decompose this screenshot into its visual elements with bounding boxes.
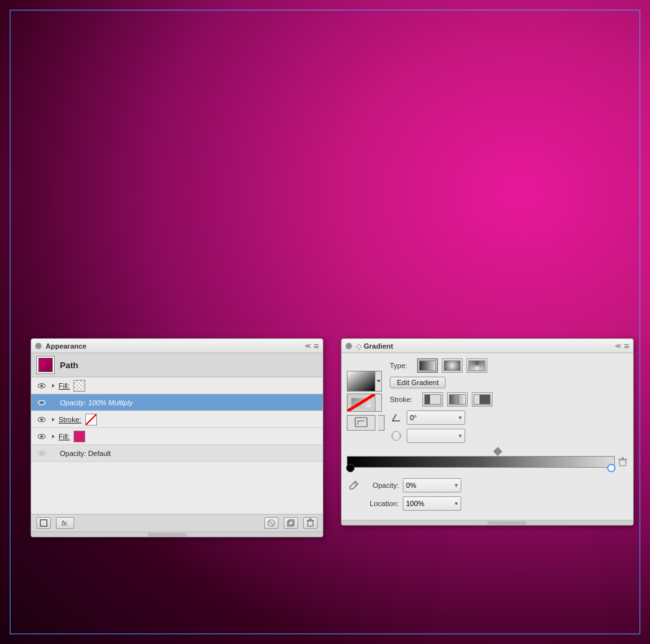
stroke-btn-2[interactable] <box>447 392 468 407</box>
appearance-row-opacity-multiply[interactable]: Opacity: 100% Multiply <box>31 394 323 411</box>
svg-point-17 <box>392 431 401 440</box>
gradient-scrollbar-thumb[interactable] <box>487 521 526 525</box>
angle-value: 0° <box>410 414 459 422</box>
gradient-preview-dropdown-2[interactable] <box>375 394 382 412</box>
svg-line-25 <box>354 483 357 485</box>
fill-pink-swatch[interactable] <box>74 431 85 442</box>
gradient-close-button[interactable]: × <box>345 343 352 349</box>
opacity-dropdown-chevron[interactable]: ▾ <box>455 482 458 489</box>
delete-stop-button[interactable] <box>617 457 628 467</box>
appearance-close-button[interactable]: × <box>35 343 42 349</box>
fill-gradient-swatch[interactable] <box>74 380 85 392</box>
add-effect-button[interactable]: fx. <box>56 517 74 529</box>
appearance-scrollbar[interactable] <box>31 531 323 537</box>
angle-input-container[interactable]: 0° ▾ <box>407 410 465 425</box>
edit-gradient-button[interactable]: Edit Gradient <box>390 377 446 388</box>
stroke-btn-1[interactable] <box>422 392 443 407</box>
stroke-btn-3[interactable] <box>472 392 493 407</box>
gradient-bar-container <box>347 456 628 468</box>
gradient-midpoint-row <box>347 448 628 455</box>
gradient-midpoint-marker[interactable] <box>493 447 502 456</box>
gradient-aspect-dropdown[interactable] <box>378 415 385 431</box>
gradient-top-row: Type: Edit Gradient <box>347 358 628 443</box>
appearance-row-stroke: Stroke: <box>31 411 323 428</box>
angle-dropdown-chevron[interactable]: ▾ <box>459 414 462 421</box>
eye-shape <box>38 383 46 388</box>
delete-button[interactable] <box>303 517 318 529</box>
appearance-title: Appearance <box>46 342 87 350</box>
eyedropper-button[interactable] <box>347 478 361 492</box>
gradient-bar-section <box>347 448 628 468</box>
gradient-titlebar: × ◇ Gradient ≪ ≡ <box>342 339 633 353</box>
visibility-toggle-fill-gradient[interactable] <box>36 382 47 390</box>
gradient-type-linear-button[interactable] <box>417 358 438 373</box>
gradient-body: Type: Edit Gradient <box>342 353 633 520</box>
eye-shape-stroke <box>38 417 46 422</box>
gradient-controls: Type: Edit Gradient <box>390 358 628 443</box>
gradient-collapse-button[interactable]: ≪ <box>615 342 621 349</box>
opacity-row: Opacity: 0% ▾ <box>347 478 628 492</box>
location-input-container[interactable]: 100% ▾ <box>403 496 461 511</box>
aspect-select-container[interactable]: ▾ <box>407 429 465 443</box>
appearance-panel: × Appearance ≪ ≡ Path Fill: <box>31 338 323 537</box>
expand-arrow-stroke[interactable] <box>49 416 57 423</box>
svg-marker-0 <box>52 384 55 388</box>
stroke-row-label: Stroke: <box>390 396 418 403</box>
svg-marker-1 <box>52 418 55 422</box>
location-input-value: 100% <box>406 500 455 507</box>
gradient-menu-button[interactable]: ≡ <box>624 341 629 351</box>
no-paint-button[interactable] <box>264 517 278 529</box>
visibility-toggle-opacity-default[interactable] <box>36 449 47 457</box>
gradient-stop-left[interactable] <box>346 464 355 472</box>
gradient-preview-row-2 <box>347 394 382 412</box>
gradient-type-radial-button[interactable] <box>442 358 463 373</box>
gradient-aspect-button[interactable] <box>347 415 375 431</box>
gradient-preview-thumbnail-1[interactable] <box>347 371 375 392</box>
svg-rect-6 <box>288 521 293 526</box>
svg-rect-3 <box>40 520 47 526</box>
gradient-panel: × ◇ Gradient ≪ ≡ <box>341 338 634 526</box>
expand-arrow-fill-pink[interactable] <box>49 433 57 440</box>
eye-shape-fill-pink <box>38 434 46 439</box>
appearance-row-fill-gradient: Fill: <box>31 377 323 394</box>
aspect-dropdown-chevron[interactable]: ▾ <box>459 433 462 439</box>
stroke-swatch[interactable] <box>85 414 97 425</box>
gradient-preview-dropdown-1[interactable] <box>375 371 382 392</box>
gradient-bar[interactable] <box>347 456 615 468</box>
svg-line-5 <box>269 520 274 526</box>
svg-rect-7 <box>289 520 294 525</box>
svg-line-16 <box>392 414 396 421</box>
gradient-preview-thumbnail-2[interactable] <box>347 394 375 412</box>
opacity-default-label: Opacity: Default <box>60 449 111 457</box>
fill-pink-label: Fill: <box>59 433 70 440</box>
eye-shape-dim <box>38 451 46 456</box>
stroke-label: Stroke: <box>59 416 81 423</box>
appearance-menu-button[interactable]: ≡ <box>314 341 319 351</box>
location-dropdown-chevron[interactable]: ▾ <box>455 500 458 507</box>
fill-gradient-label: Fill: <box>59 382 70 390</box>
angle-icon <box>390 411 403 424</box>
appearance-titlebar: × Appearance ≪ ≡ <box>31 339 323 353</box>
opacity-input-container[interactable]: 0% ▾ <box>403 478 461 492</box>
gradient-extra-row <box>347 415 385 431</box>
svg-marker-2 <box>52 435 55 438</box>
svg-marker-11 <box>377 380 381 382</box>
gradient-stop-right[interactable] <box>607 464 616 472</box>
gradient-type-freeform-button[interactable] <box>467 358 487 373</box>
visibility-toggle-stroke[interactable] <box>36 416 47 423</box>
appearance-row-fill-pink: Fill: <box>31 428 323 445</box>
gradient-diamond-icon: ◇ <box>356 342 362 351</box>
gradient-title: Gradient <box>364 342 393 350</box>
visibility-toggle-fill-pink[interactable] <box>36 433 47 440</box>
appearance-collapse-button[interactable]: ≪ <box>305 342 311 349</box>
duplicate-button[interactable] <box>284 517 298 529</box>
appearance-footer: fx. <box>31 514 323 531</box>
appearance-scrollbar-thumb[interactable] <box>148 533 187 537</box>
location-row: Location: 100% ▾ <box>347 496 628 511</box>
edit-gradient-row: Edit Gradient <box>390 377 628 388</box>
expand-arrow-fill[interactable] <box>49 382 57 390</box>
new-layer-button[interactable] <box>36 517 51 529</box>
type-row-label: Type: <box>390 362 413 369</box>
visibility-toggle-opacity[interactable] <box>36 399 47 407</box>
gradient-scrollbar[interactable] <box>342 520 633 525</box>
